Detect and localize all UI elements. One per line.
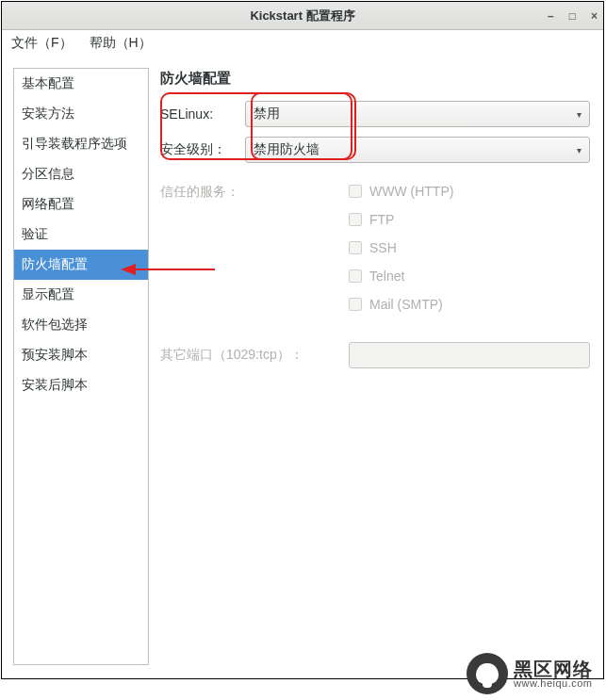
service-smtp: Mail (SMTP): [349, 297, 590, 312]
checkbox-icon: [349, 185, 362, 198]
sidebar-item-prescript[interactable]: 预安装脚本: [14, 340, 148, 370]
selinux-label: SELinux:: [160, 106, 245, 122]
firewall-panel: 防火墙配置 SELinux: 禁用 ▾ 安全级别： 禁用防火墙 ▾: [160, 68, 590, 665]
watermark-text: 黑区网络 www.heiqu.com: [514, 659, 593, 689]
menu-bar: 文件（F） 帮助（H）: [2, 30, 603, 57]
close-button[interactable]: ×: [591, 10, 598, 22]
application-window: Kickstart 配置程序 – □ × 文件（F） 帮助（H） 基本配置 安装…: [1, 1, 604, 679]
menu-help[interactable]: 帮助（H）: [90, 35, 152, 52]
checkbox-icon: [349, 241, 362, 254]
checkbox-icon: [349, 298, 362, 311]
trusted-services-list: WWW (HTTP) FTP SSH Telnet: [349, 184, 590, 325]
trusted-services-row: 信任的服务： WWW (HTTP) FTP SSH: [160, 184, 590, 325]
selinux-row: SELinux: 禁用 ▾: [160, 101, 590, 127]
sidebar-item-auth[interactable]: 验证: [14, 220, 148, 250]
watermark-logo: [467, 653, 508, 694]
mushroom-icon: [476, 663, 499, 684]
seclevel-combo[interactable]: 禁用防火墙 ▾: [245, 137, 590, 163]
service-telnet: Telnet: [349, 269, 590, 284]
sidebar-item-postscript[interactable]: 安装后脚本: [14, 370, 148, 400]
sidebar-item-bootloader[interactable]: 引导装载程序选项: [14, 129, 148, 159]
selinux-combo[interactable]: 禁用 ▾: [245, 101, 590, 127]
service-www: WWW (HTTP): [349, 184, 590, 199]
menu-file[interactable]: 文件（F）: [11, 35, 73, 52]
sidebar-list[interactable]: 基本配置 安装方法 引导装载程序选项 分区信息 网络配置 验证 防火墙配置 显示…: [13, 68, 149, 665]
other-ports-row: 其它端口（1029:tcp）：: [160, 342, 590, 368]
watermark-cn: 黑区网络: [514, 659, 593, 678]
sidebar-item-install[interactable]: 安装方法: [14, 99, 148, 129]
other-ports-label: 其它端口（1029:tcp）：: [160, 347, 349, 364]
service-ftp: FTP: [349, 212, 590, 227]
trusted-services-label: 信任的服务：: [160, 184, 349, 325]
service-label: FTP: [369, 212, 394, 227]
service-label: Mail (SMTP): [369, 297, 443, 312]
seclevel-label: 安全级别：: [160, 141, 245, 158]
seclevel-row: 安全级别： 禁用防火墙 ▾: [160, 137, 590, 163]
watermark: 黑区网络 www.heiqu.com: [467, 653, 593, 694]
chevron-down-icon: ▾: [577, 145, 581, 155]
sidebar-item-partition[interactable]: 分区信息: [14, 159, 148, 189]
panel-title: 防火墙配置: [160, 70, 590, 88]
sidebar-item-packages[interactable]: 软件包选择: [14, 310, 148, 340]
service-label: SSH: [369, 240, 397, 255]
maximize-button[interactable]: □: [569, 10, 576, 22]
other-ports-input: [349, 342, 590, 368]
window-title: Kickstart 配置程序: [250, 8, 354, 24]
seclevel-value: 禁用防火墙: [254, 141, 319, 158]
service-label: WWW (HTTP): [369, 184, 453, 199]
content-area: 基本配置 安装方法 引导装载程序选项 分区信息 网络配置 验证 防火墙配置 显示…: [2, 57, 603, 678]
sidebar-item-display[interactable]: 显示配置: [14, 280, 148, 310]
service-ssh: SSH: [349, 240, 590, 255]
sidebar-item-network[interactable]: 网络配置: [14, 189, 148, 220]
sidebar-item-firewall[interactable]: 防火墙配置: [14, 250, 148, 280]
service-label: Telnet: [369, 269, 404, 284]
chevron-down-icon: ▾: [577, 109, 581, 120]
checkbox-icon: [349, 269, 362, 283]
selinux-value: 禁用: [254, 106, 280, 122]
window-controls: – □ ×: [548, 2, 598, 29]
checkbox-icon: [349, 213, 362, 226]
minimize-button[interactable]: –: [548, 10, 554, 22]
sidebar-item-basic[interactable]: 基本配置: [14, 69, 148, 99]
window-titlebar: Kickstart 配置程序 – □ ×: [2, 2, 603, 30]
watermark-en: www.heiqu.com: [514, 678, 593, 689]
